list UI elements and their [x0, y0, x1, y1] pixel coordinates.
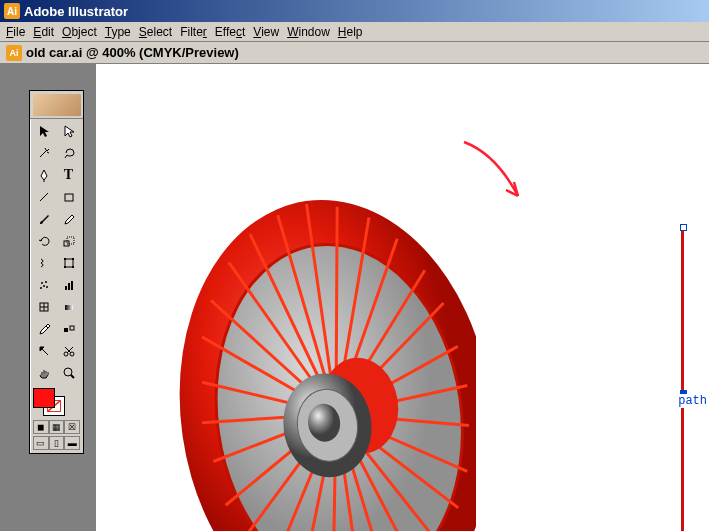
rectangle-tool[interactable] [56, 186, 81, 208]
svg-rect-7 [64, 266, 66, 268]
menu-view[interactable]: View [253, 25, 279, 39]
hand-tool[interactable] [31, 362, 56, 384]
svg-point-12 [40, 287, 42, 289]
menu-window[interactable]: Window [287, 25, 330, 39]
title-bar: Ai Adobe Illustrator [0, 0, 709, 22]
document-title: old car.ai @ 400% (CMYK/Preview) [26, 45, 239, 60]
type-tool[interactable]: T [56, 164, 81, 186]
screen-mode-2[interactable]: ▯ [49, 436, 65, 450]
color-mode[interactable]: ◼ [33, 420, 49, 434]
app-title: Adobe Illustrator [24, 4, 128, 19]
menu-object[interactable]: Object [62, 25, 97, 39]
scale-tool[interactable] [56, 230, 81, 252]
svg-rect-6 [72, 258, 74, 260]
rotate-tool[interactable] [31, 230, 56, 252]
path-label: path [676, 394, 709, 408]
zoom-tool[interactable] [56, 362, 81, 384]
svg-point-13 [46, 286, 48, 288]
svg-rect-15 [68, 283, 70, 290]
screen-mode-1[interactable]: ▭ [33, 436, 49, 450]
free-transform-tool[interactable] [56, 252, 81, 274]
workspace: T [0, 64, 709, 531]
svg-rect-22 [70, 326, 74, 330]
svg-point-25 [64, 368, 72, 376]
color-swatch-area: ◼ ▦ ☒ ▭ ▯ ▬ [30, 385, 83, 453]
slice-tool[interactable] [31, 340, 56, 362]
svg-rect-16 [71, 281, 73, 290]
svg-rect-14 [65, 286, 67, 290]
svg-line-0 [40, 193, 48, 201]
svg-rect-1 [65, 194, 73, 201]
symbol-sprayer-tool[interactable] [31, 274, 56, 296]
svg-rect-5 [64, 258, 66, 260]
svg-point-9 [41, 282, 43, 284]
pencil-tool[interactable] [56, 208, 81, 230]
menu-bar: File Edit Object Type Select Filter Effe… [0, 22, 709, 42]
graph-tool[interactable] [56, 274, 81, 296]
menu-edit[interactable]: Edit [33, 25, 54, 39]
paintbrush-tool[interactable] [31, 208, 56, 230]
line-tool[interactable] [31, 186, 56, 208]
wheel-artwork [166, 124, 476, 531]
warp-tool[interactable] [31, 252, 56, 274]
canvas[interactable]: path [96, 64, 709, 531]
tool-grid: T [30, 119, 83, 385]
toolbox-logo [33, 94, 81, 116]
menu-filter[interactable]: Filter [180, 25, 207, 39]
svg-rect-20 [65, 305, 73, 310]
selection-tool[interactable] [31, 120, 56, 142]
mesh-tool[interactable] [31, 296, 56, 318]
fill-swatch[interactable] [33, 388, 55, 408]
svg-rect-2 [64, 241, 69, 246]
selected-path[interactable] [681, 227, 684, 531]
menu-type[interactable]: Type [105, 25, 131, 39]
document-icon: Ai [6, 45, 22, 61]
none-mode[interactable]: ☒ [64, 420, 80, 434]
screen-mode-3[interactable]: ▬ [64, 436, 80, 450]
direct-selection-tool[interactable] [56, 120, 81, 142]
blend-tool[interactable] [56, 318, 81, 340]
toolbox-header[interactable] [30, 91, 83, 119]
lasso-tool[interactable] [56, 142, 81, 164]
svg-point-11 [43, 285, 45, 287]
menu-file[interactable]: File [6, 25, 25, 39]
magic-wand-tool[interactable] [31, 142, 56, 164]
svg-rect-21 [64, 328, 68, 332]
path-anchor-top[interactable] [680, 224, 687, 231]
svg-rect-4 [65, 259, 73, 267]
gradient-tool[interactable] [56, 296, 81, 318]
menu-help[interactable]: Help [338, 25, 363, 39]
document-bar: Ai old car.ai @ 400% (CMYK/Preview) [0, 42, 709, 64]
menu-select[interactable]: Select [139, 25, 172, 39]
pen-tool[interactable] [31, 164, 56, 186]
menu-effect[interactable]: Effect [215, 25, 245, 39]
scissors-tool[interactable] [56, 340, 81, 362]
svg-rect-8 [72, 266, 74, 268]
fill-stroke-swatch[interactable] [33, 388, 69, 418]
app-icon: Ai [4, 3, 20, 19]
eyedropper-tool[interactable] [31, 318, 56, 340]
svg-point-10 [45, 281, 47, 283]
gradient-mode[interactable]: ▦ [49, 420, 65, 434]
svg-line-26 [71, 375, 74, 378]
toolbox[interactable]: T [29, 90, 84, 454]
